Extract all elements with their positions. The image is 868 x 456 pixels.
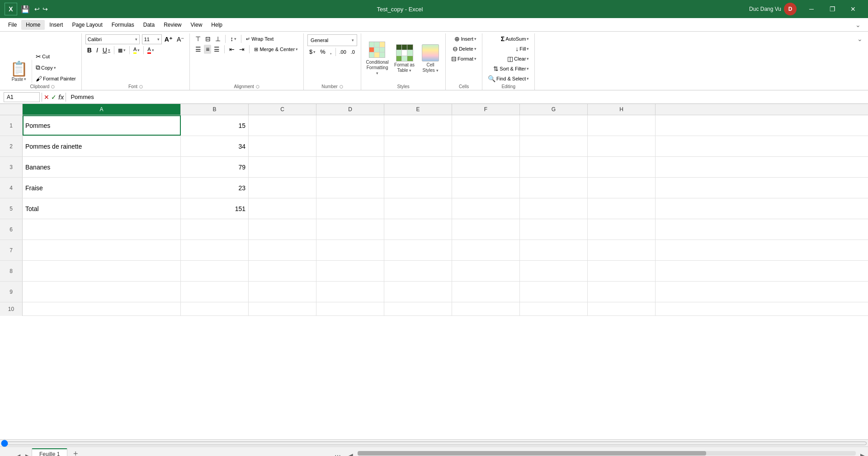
cell-c10[interactable] (249, 302, 316, 316)
row-num-2[interactable]: 2 (0, 136, 23, 156)
cell-styles-btn[interactable]: CellStyles ▾ (419, 43, 442, 74)
currency-btn[interactable]: $▾ (307, 47, 317, 56)
row-num-8[interactable]: 8 (0, 261, 23, 281)
format-painter-btn[interactable]: 🖌 Format Painter (34, 74, 78, 83)
cell-e2[interactable] (384, 136, 452, 156)
align-center-btn[interactable]: ≡ (204, 45, 211, 54)
find-select-btn[interactable]: 🔍 Find & Select ▾ (486, 74, 531, 83)
cell-a7[interactable] (23, 240, 181, 260)
cell-h4[interactable] (588, 178, 656, 198)
cell-g7[interactable] (520, 240, 588, 260)
cell-e1[interactable] (384, 115, 452, 136)
cell-f5[interactable] (452, 198, 520, 219)
decrease-decimal-btn[interactable]: .0 (349, 48, 357, 56)
row-num-9[interactable]: 9 (0, 282, 23, 302)
delete-cells-btn[interactable]: ⊖ Delete ▾ (451, 44, 478, 53)
cell-f9[interactable] (452, 282, 520, 302)
cell-h8[interactable] (588, 261, 656, 281)
sheet-tab-feuille1[interactable]: Feuille 1 (32, 448, 67, 456)
minimize-btn[interactable]: ─ (801, 2, 822, 16)
format-as-table-btn[interactable]: Format asTable ▾ (392, 43, 416, 74)
cell-b3[interactable]: 79 (181, 157, 249, 177)
clear-btn[interactable]: ◫ Clear ▾ (505, 54, 531, 63)
undo-btn[interactable]: ↩ (34, 5, 40, 13)
cell-d6[interactable] (316, 219, 384, 240)
cell-f2[interactable] (452, 136, 520, 156)
cell-c9[interactable] (249, 282, 316, 302)
row-num-7[interactable]: 7 (0, 240, 23, 260)
conditional-formatting-btn[interactable]: ConditionalFormatting ▾ (365, 41, 390, 77)
cell-f7[interactable] (452, 240, 520, 260)
fill-color-btn[interactable]: A▾ (132, 46, 142, 55)
col-header-c[interactable]: C (249, 104, 316, 115)
cell-h7[interactable] (588, 240, 656, 260)
col-header-a[interactable]: A (23, 104, 181, 115)
cell-d3[interactable] (316, 157, 384, 177)
cell-h10[interactable] (588, 302, 656, 316)
cell-d7[interactable] (316, 240, 384, 260)
align-right-btn[interactable]: ☰ (212, 45, 222, 54)
row-num-3[interactable]: 3 (0, 157, 23, 177)
cut-btn[interactable]: ✂ ✂ Cut (34, 52, 78, 61)
paste-btn[interactable]: 📋 Paste ▾ (7, 60, 32, 83)
decrease-font-btn[interactable]: A⁻ (175, 35, 186, 44)
col-header-h[interactable]: H (588, 104, 656, 115)
cell-a6[interactable] (23, 219, 181, 240)
cell-d4[interactable] (316, 178, 384, 198)
cell-e6[interactable] (384, 219, 452, 240)
increase-decimal-btn[interactable]: .00 (338, 48, 348, 56)
cell-f4[interactable] (452, 178, 520, 198)
col-header-g[interactable]: G (520, 104, 588, 115)
cell-c3[interactable] (249, 157, 316, 177)
menu-item-home[interactable]: Home (21, 20, 45, 30)
save-btn[interactable]: 💾 (21, 5, 30, 14)
cell-e3[interactable] (384, 157, 452, 177)
cell-h6[interactable] (588, 219, 656, 240)
menu-item-insert[interactable]: Insert (45, 20, 67, 30)
cell-c6[interactable] (249, 219, 316, 240)
cell-c5[interactable] (249, 198, 316, 219)
scroll-prev-btn[interactable]: ◀ (345, 452, 356, 456)
cell-c4[interactable] (249, 178, 316, 198)
cell-g4[interactable] (520, 178, 588, 198)
cancel-formula-btn[interactable]: ✕ (44, 94, 49, 101)
cell-e8[interactable] (384, 261, 452, 281)
restore-btn[interactable]: ❐ (822, 2, 843, 16)
cell-e10[interactable] (384, 302, 452, 316)
cell-f8[interactable] (452, 261, 520, 281)
cell-a10[interactable] (23, 302, 181, 316)
copy-btn[interactable]: ⧉ Copy ▾ (34, 63, 78, 72)
cell-g5[interactable] (520, 198, 588, 219)
alignment-expand-icon[interactable]: ⬡ (256, 85, 259, 89)
font-size-dropdown[interactable]: 11 ▾ (142, 34, 162, 44)
autosum-btn[interactable]: Σ AutoSum ▾ (499, 34, 531, 43)
bold-btn[interactable]: B (85, 46, 94, 55)
cell-h1[interactable] (588, 115, 656, 136)
cell-a2[interactable]: Pommes de rainette (23, 136, 181, 156)
cell-g2[interactable] (520, 136, 588, 156)
insert-cells-btn[interactable]: ⊕ Insert ▾ (453, 34, 478, 43)
sheet-options-btn[interactable]: ⋯ (330, 452, 345, 456)
underline-btn[interactable]: U▾ (101, 46, 112, 55)
cell-h5[interactable] (588, 198, 656, 219)
row-num-5[interactable]: 5 (0, 198, 23, 219)
cell-h3[interactable] (588, 157, 656, 177)
cell-a4[interactable]: Fraise (23, 178, 181, 198)
cell-e5[interactable] (384, 198, 452, 219)
redo-btn[interactable]: ↪ (42, 5, 48, 13)
cell-a9[interactable] (23, 282, 181, 302)
align-middle-btn[interactable]: ⊟ (203, 34, 212, 43)
cell-d10[interactable] (316, 302, 384, 316)
menu-item-data[interactable]: Data (139, 20, 159, 30)
col-header-b[interactable]: B (181, 104, 249, 115)
align-bottom-btn[interactable]: ⊥ (213, 34, 222, 43)
number-expand-icon[interactable]: ⬡ (340, 85, 343, 89)
row-num-6[interactable]: 6 (0, 219, 23, 240)
cell-b10[interactable] (181, 302, 249, 316)
cell-b2[interactable]: 34 (181, 136, 249, 156)
merge-cells-btn[interactable]: ⊞ Merge & Center ▾ (252, 46, 300, 53)
cell-b9[interactable] (181, 282, 249, 302)
cell-d8[interactable] (316, 261, 384, 281)
cell-f1[interactable] (452, 115, 520, 136)
cell-g9[interactable] (520, 282, 588, 302)
